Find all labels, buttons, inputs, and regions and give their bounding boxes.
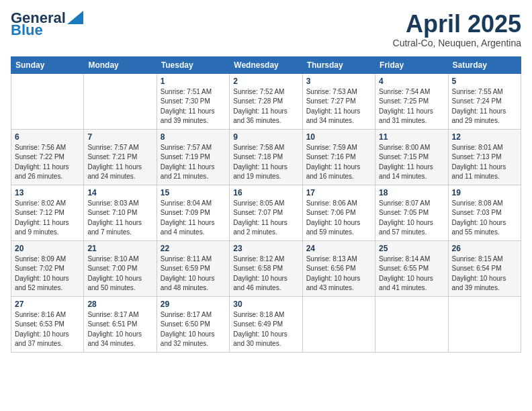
logo-icon (67, 11, 83, 24)
day-number: 25 (379, 244, 444, 253)
day-cell-8: 8Sunrise: 7:57 AMSunset: 7:19 PMDaylight… (157, 129, 229, 185)
weekday-header-saturday: Saturday (448, 56, 521, 73)
day-info: Sunrise: 8:14 AMSunset: 6:55 PMDaylight:… (379, 255, 444, 293)
title-block: April 2025 Cutral-Co, Neuquen, Argentina (393, 11, 521, 48)
month-title: April 2025 (393, 11, 521, 38)
day-info: Sunrise: 8:05 AMSunset: 7:07 PMDaylight:… (233, 199, 298, 238)
day-number: 12 (452, 132, 517, 142)
day-cell-25: 25Sunrise: 8:14 AMSunset: 6:55 PMDayligh… (375, 240, 448, 296)
day-cell-19: 19Sunrise: 8:08 AMSunset: 7:03 PMDayligh… (448, 185, 521, 240)
day-info: Sunrise: 8:16 AMSunset: 6:53 PMDaylight:… (15, 310, 80, 349)
day-cell-29: 29Sunrise: 8:17 AMSunset: 6:50 PMDayligh… (157, 296, 229, 352)
weekday-header-wednesday: Wednesday (230, 56, 302, 73)
day-cell-4: 4Sunrise: 7:54 AMSunset: 7:25 PMDaylight… (375, 73, 448, 129)
day-cell-18: 18Sunrise: 8:07 AMSunset: 7:05 PMDayligh… (375, 185, 448, 240)
day-info: Sunrise: 8:12 AMSunset: 6:58 PMDaylight:… (233, 255, 298, 293)
day-info: Sunrise: 7:53 AMSunset: 7:27 PMDaylight:… (306, 87, 371, 126)
day-cell-5: 5Sunrise: 7:55 AMSunset: 7:24 PMDaylight… (448, 73, 521, 129)
page-header: General Blue April 2025 Cutral-Co, Neuqu… (11, 11, 521, 48)
svg-marker-0 (67, 11, 83, 24)
day-info: Sunrise: 7:56 AMSunset: 7:22 PMDaylight:… (15, 143, 80, 182)
day-number: 17 (306, 188, 371, 197)
day-number: 28 (87, 300, 152, 309)
week-row-4: 20Sunrise: 8:09 AMSunset: 7:02 PMDayligh… (11, 240, 521, 296)
day-info: Sunrise: 8:18 AMSunset: 6:49 PMDaylight:… (233, 310, 298, 349)
day-number: 8 (161, 132, 226, 142)
empty-cell (448, 296, 521, 352)
weekday-header-friday: Friday (375, 56, 448, 73)
day-number: 4 (379, 77, 444, 86)
day-cell-24: 24Sunrise: 8:13 AMSunset: 6:56 PMDayligh… (302, 240, 375, 296)
day-info: Sunrise: 8:07 AMSunset: 7:05 PMDaylight:… (379, 199, 444, 238)
empty-cell (84, 73, 157, 129)
day-cell-12: 12Sunrise: 8:01 AMSunset: 7:13 PMDayligh… (448, 129, 521, 185)
day-number: 1 (161, 77, 226, 86)
day-cell-7: 7Sunrise: 7:57 AMSunset: 7:21 PMDaylight… (84, 129, 157, 185)
day-info: Sunrise: 8:17 AMSunset: 6:50 PMDaylight:… (161, 310, 226, 349)
subtitle: Cutral-Co, Neuquen, Argentina (393, 38, 521, 48)
day-cell-20: 20Sunrise: 8:09 AMSunset: 7:02 PMDayligh… (11, 240, 84, 296)
day-cell-6: 6Sunrise: 7:56 AMSunset: 7:22 PMDaylight… (11, 129, 84, 185)
day-info: Sunrise: 8:00 AMSunset: 7:15 PMDaylight:… (379, 143, 444, 182)
logo-blue: Blue (11, 23, 43, 38)
weekday-header-monday: Monday (84, 56, 157, 73)
day-info: Sunrise: 8:02 AMSunset: 7:12 PMDaylight:… (15, 199, 80, 238)
weekday-header-sunday: Sunday (11, 56, 84, 73)
day-info: Sunrise: 8:04 AMSunset: 7:09 PMDaylight:… (161, 199, 226, 238)
day-number: 2 (233, 77, 298, 86)
day-cell-23: 23Sunrise: 8:12 AMSunset: 6:58 PMDayligh… (230, 240, 302, 296)
day-number: 18 (379, 188, 444, 197)
day-info: Sunrise: 7:59 AMSunset: 7:16 PMDaylight:… (306, 143, 371, 182)
day-cell-3: 3Sunrise: 7:53 AMSunset: 7:27 PMDaylight… (302, 73, 375, 129)
day-info: Sunrise: 8:08 AMSunset: 7:03 PMDaylight:… (452, 199, 517, 238)
day-info: Sunrise: 8:13 AMSunset: 6:56 PMDaylight:… (306, 255, 371, 293)
day-cell-9: 9Sunrise: 7:58 AMSunset: 7:18 PMDaylight… (230, 129, 302, 185)
day-number: 24 (306, 244, 371, 253)
day-number: 26 (452, 244, 517, 253)
day-number: 19 (452, 188, 517, 197)
day-cell-22: 22Sunrise: 8:11 AMSunset: 6:59 PMDayligh… (157, 240, 229, 296)
day-info: Sunrise: 8:09 AMSunset: 7:02 PMDaylight:… (15, 255, 80, 293)
day-cell-1: 1Sunrise: 7:51 AMSunset: 7:30 PMDaylight… (157, 73, 229, 129)
day-cell-27: 27Sunrise: 8:16 AMSunset: 6:53 PMDayligh… (11, 296, 84, 352)
day-info: Sunrise: 8:17 AMSunset: 6:51 PMDaylight:… (87, 310, 152, 349)
day-cell-21: 21Sunrise: 8:10 AMSunset: 7:00 PMDayligh… (84, 240, 157, 296)
day-number: 30 (233, 300, 298, 309)
week-row-3: 13Sunrise: 8:02 AMSunset: 7:12 PMDayligh… (11, 185, 521, 240)
empty-cell (375, 296, 448, 352)
day-number: 22 (161, 244, 226, 253)
week-row-1: 1Sunrise: 7:51 AMSunset: 7:30 PMDaylight… (11, 73, 521, 129)
day-cell-10: 10Sunrise: 7:59 AMSunset: 7:16 PMDayligh… (302, 129, 375, 185)
day-info: Sunrise: 8:03 AMSunset: 7:10 PMDaylight:… (87, 199, 152, 238)
week-row-5: 27Sunrise: 8:16 AMSunset: 6:53 PMDayligh… (11, 296, 521, 352)
day-number: 16 (233, 188, 298, 197)
day-info: Sunrise: 7:55 AMSunset: 7:24 PMDaylight:… (452, 87, 517, 126)
day-info: Sunrise: 8:11 AMSunset: 6:59 PMDaylight:… (161, 255, 226, 293)
day-number: 27 (15, 300, 80, 309)
day-info: Sunrise: 8:15 AMSunset: 6:54 PMDaylight:… (452, 255, 517, 293)
logo: General Blue (11, 11, 83, 38)
day-cell-28: 28Sunrise: 8:17 AMSunset: 6:51 PMDayligh… (84, 296, 157, 352)
day-number: 10 (306, 132, 371, 142)
day-cell-13: 13Sunrise: 8:02 AMSunset: 7:12 PMDayligh… (11, 185, 84, 240)
day-cell-17: 17Sunrise: 8:06 AMSunset: 7:06 PMDayligh… (302, 185, 375, 240)
day-info: Sunrise: 7:51 AMSunset: 7:30 PMDaylight:… (161, 87, 226, 126)
day-info: Sunrise: 7:58 AMSunset: 7:18 PMDaylight:… (233, 143, 298, 182)
day-number: 13 (15, 188, 80, 197)
day-number: 20 (15, 244, 80, 253)
weekday-header-row: SundayMondayTuesdayWednesdayThursdayFrid… (11, 56, 521, 73)
day-info: Sunrise: 7:57 AMSunset: 7:21 PMDaylight:… (87, 143, 152, 182)
day-number: 11 (379, 132, 444, 142)
empty-cell (302, 296, 375, 352)
day-info: Sunrise: 7:57 AMSunset: 7:19 PMDaylight:… (161, 143, 226, 182)
day-number: 9 (233, 132, 298, 142)
day-number: 3 (306, 77, 371, 86)
calendar-table: SundayMondayTuesdayWednesdayThursdayFrid… (11, 56, 521, 353)
day-info: Sunrise: 8:10 AMSunset: 7:00 PMDaylight:… (87, 255, 152, 293)
day-number: 15 (161, 188, 226, 197)
day-cell-16: 16Sunrise: 8:05 AMSunset: 7:07 PMDayligh… (230, 185, 302, 240)
day-number: 14 (87, 188, 152, 197)
day-cell-2: 2Sunrise: 7:52 AMSunset: 7:28 PMDaylight… (230, 73, 302, 129)
day-number: 29 (161, 300, 226, 309)
day-number: 5 (452, 77, 517, 86)
